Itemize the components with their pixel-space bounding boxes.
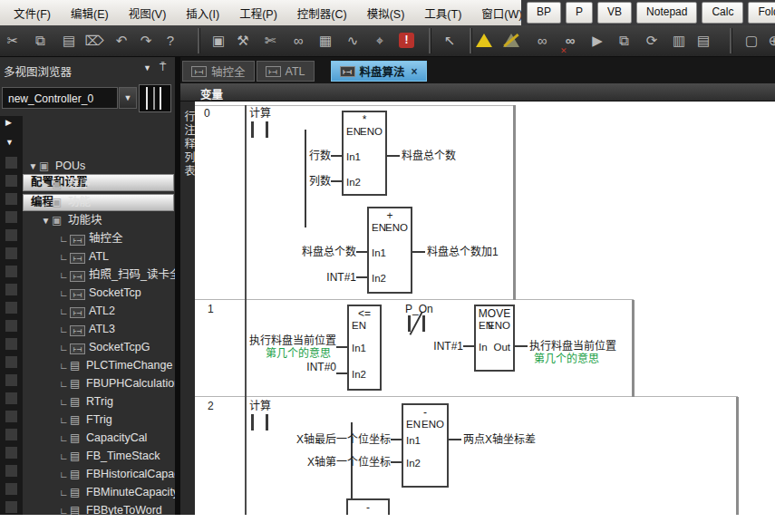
tree-item-fb[interactable]: ∟▤FBHistoricalCapacity [23,465,175,483]
rung-number[interactable]: 1 [208,303,229,315]
transfer-from-controller-icon[interactable]: ▤ [693,30,714,52]
section-expanded-icon[interactable]: ▼ [5,138,14,147]
transfer-to-controller-icon[interactable]: ▥ [668,30,690,52]
operand-label[interactable]: 料盘总个数 [302,246,356,258]
no-contact[interactable] [266,414,268,430]
operand-label[interactable]: 两点X轴坐标差 [463,433,536,446]
operand-label[interactable]: 执行料盘当前位置 [529,340,616,353]
nc-contact[interactable] [422,315,425,332]
tree-item-function-blocks[interactable]: ▼▣功能块 [23,211,175,229]
transfer-icon[interactable]: ⧉ [613,30,635,52]
tab-axis-control[interactable]: ⊦⊣ 轴控全 [182,61,255,82]
multiply-block[interactable]: * EN ENO In1 In2 [342,111,387,196]
tree-item-fb[interactable]: ∟▤PLCTimeChange [23,356,175,374]
tree-item-functions[interactable]: ∟▣功能 [23,193,175,211]
cross-reference-icon[interactable]: ∿ [342,30,363,52]
chevron-down-icon[interactable]: ▼ [143,63,151,73]
menu-edit[interactable]: 编辑(E) [61,5,119,22]
tree-item-fb[interactable]: ∟⊦⊣SocketTcp [23,284,175,302]
controller-dropdown-icon[interactable]: ▼ [119,87,137,109]
operand-label[interactable]: 料盘总个数加1 [427,246,499,258]
tree-item-programs[interactable]: ▶▣程序 [23,175,175,193]
io-map-icon[interactable]: ▦ [315,30,336,52]
build-icon[interactable]: ⚒ [232,30,254,52]
move-block[interactable]: MOVE EN ENO In Out [474,305,515,372]
add-block[interactable]: + EN ENO In1 In2 [367,207,412,294]
menu-insert[interactable]: 插入(I) [176,5,229,22]
tree-item-fb[interactable]: ∟▤RTrig [23,392,175,411]
operand-label[interactable]: 行数 [309,150,331,162]
rung-comment-strip[interactable]: 行注释列表 [180,102,195,515]
tree-item-fb[interactable]: ∟⊦⊣ATL3 [23,320,175,338]
zoom-in-icon[interactable]: ⊕ [763,30,775,52]
close-icon[interactable]: × [412,65,418,78]
subtract-block[interactable]: - EN ENO In1 In2 [402,403,449,488]
operand-label[interactable]: INT#0 [306,361,336,373]
operand-label[interactable]: INT#1 [326,271,356,284]
paste-icon[interactable]: ▤ [58,30,80,52]
operand-label[interactable]: 执行料盘当前位置 [249,334,336,347]
menu-tools[interactable]: 工具(T) [414,5,471,22]
tree-item-fb[interactable]: ∟▤CapacityCal [23,429,175,447]
calc-button[interactable]: Calc [702,2,743,24]
subtract-block-2[interactable]: - [346,498,390,515]
help-icon[interactable]: ? [160,30,181,52]
edit-tool-icon[interactable]: ↖ [439,30,460,52]
tree-item-fb[interactable]: ∟⊦⊣ATL [23,247,175,266]
watch-window-icon[interactable]: ∞ [287,30,309,52]
pin-icon[interactable]: ⍑ [160,61,166,73]
menu-controller[interactable]: 控制器(C) [287,5,357,22]
rebuild-icon[interactable]: ✄ [259,30,281,52]
undo-icon[interactable]: ↶ [111,30,132,52]
run-mode-icon[interactable]: ▶ [586,30,608,52]
tab-atl[interactable]: ⊦⊣ ATL [257,61,315,82]
bp-button[interactable]: BP [527,2,561,24]
operand-comment[interactable]: 第几个的意思 [266,347,331,360]
vb-button[interactable]: VB [597,2,632,24]
rung-number[interactable]: 2 [208,400,229,412]
nc-contact[interactable] [408,315,411,332]
delete-icon[interactable]: ⌦ [83,30,105,52]
redo-icon[interactable]: ↷ [135,30,157,52]
menu-file[interactable]: 文件(F) [4,5,61,22]
monitor-icon[interactable]: ∞ [531,30,553,52]
no-contact[interactable] [251,414,254,430]
rung-number[interactable]: 0 [204,107,226,120]
go-online-icon[interactable] [473,30,495,52]
cut-icon[interactable]: ✂ [2,30,24,52]
menu-simulation[interactable]: 模拟(S) [357,5,415,22]
operand-label[interactable]: 料盘总个数 [402,150,456,162]
no-contact[interactable] [251,121,254,138]
section-collapsed-icon[interactable]: ▶ [5,118,12,127]
folder-button[interactable]: Folder [748,2,775,24]
tree-item-fb[interactable]: ∟▤FBByteToWord [23,501,175,515]
stop-monitor-icon[interactable]: ∞✕ [559,30,581,52]
notepad-button[interactable]: Notepad [636,2,697,24]
tree-item-fb[interactable]: ∟⊦⊣轴控全 [23,229,175,247]
operand-comment[interactable]: 第几个的意思 [534,353,599,365]
operand-label[interactable]: X轴最后一个位坐标 [296,433,391,446]
menu-view[interactable]: 视图(V) [119,5,177,22]
search-icon[interactable]: ⌖ [369,30,391,52]
less-equal-block[interactable]: <= EN In1 In2 [347,305,382,391]
go-offline-icon[interactable] [500,30,522,52]
operand-label[interactable]: INT#1 [433,340,463,353]
operand-label[interactable]: 列数 [309,175,331,188]
tree-item-fb[interactable]: ∟⊦⊣拍照_扫码_读卡全 [23,266,175,284]
fit-view-icon[interactable]: ▢ [741,30,762,52]
tree-item-fb[interactable]: ∟⊦⊣SocketTcpG [23,338,175,356]
menu-project[interactable]: 工程(P) [229,5,287,22]
tree-item-fb[interactable]: ∟▤FB_TimeStack [23,447,175,465]
tree-item-fb[interactable]: ∟⊦⊣ATL2 [23,302,175,320]
tab-tray-algorithm[interactable]: ⊦⊣ 料盘算法 × [331,61,427,82]
contact-label[interactable]: 计算 [249,400,271,412]
controller-select[interactable]: new_Controller_0 [2,87,118,109]
tree-item-fb[interactable]: ∟▤FBMinuteCapacity [23,483,175,501]
tree-item-pous[interactable]: ▼▣POUs [23,157,175,175]
p-button[interactable]: P [566,2,593,24]
synchronize-icon[interactable]: ⟳ [641,30,663,52]
copy-icon[interactable]: ⧉ [29,30,51,52]
no-contact[interactable] [266,121,268,138]
tree-item-fb[interactable]: ∟▤FTrig [23,411,175,429]
variables-bar[interactable]: 变量 [180,83,775,102]
